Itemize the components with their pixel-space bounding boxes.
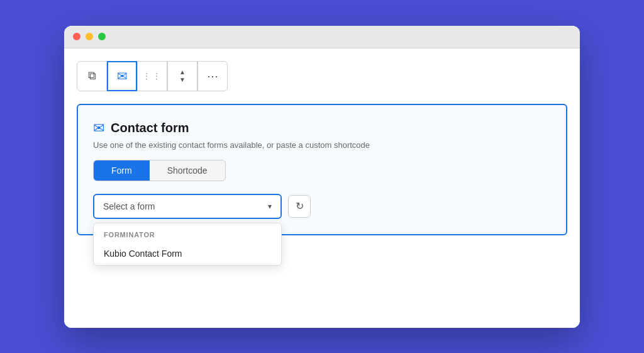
toolbar: ⧉ ✉ ⋮⋮ ▲ ▼ ⋯	[77, 61, 567, 91]
minimize-button[interactable]	[86, 33, 93, 40]
window-body: ⧉ ✉ ⋮⋮ ▲ ▼ ⋯ ✉ Contact form Use one of t…	[64, 48, 580, 328]
chevron-down-icon: ▾	[268, 202, 272, 211]
tab-shortcode[interactable]: Shortcode	[150, 160, 225, 181]
block-header: ✉ Contact form	[93, 120, 551, 137]
title-bar	[64, 26, 580, 48]
dropdown-item-kubio[interactable]: Kubio Contact Form	[94, 242, 281, 265]
form-selector-row: Select a form ▾ ↻ FORMINATOR Kubio Conta…	[93, 194, 551, 219]
more-icon: ⋯	[207, 69, 218, 83]
drag-handle-button[interactable]: ⋮⋮	[137, 61, 167, 91]
dropdown-group-label: FORMINATOR	[94, 223, 281, 242]
arrow-up-icon: ▲	[179, 69, 186, 76]
block-description: Use one of the existing contact forms av…	[93, 140, 551, 150]
refresh-button[interactable]: ↻	[288, 195, 311, 218]
contact-form-block: ✉ Contact form Use one of the existing c…	[77, 104, 567, 235]
arrow-down-icon: ▼	[179, 76, 186, 83]
block-title: Contact form	[111, 121, 189, 135]
duplicate-button[interactable]: ⧉	[77, 61, 107, 91]
more-options-button[interactable]: ⋯	[197, 61, 228, 91]
form-select-placeholder: Select a form	[103, 201, 155, 211]
contact-form-icon: ✉	[117, 69, 128, 84]
maximize-button[interactable]	[98, 33, 106, 40]
contact-form-block-button[interactable]: ✉	[107, 61, 137, 91]
close-button[interactable]	[73, 33, 80, 40]
form-dropdown: FORMINATOR Kubio Contact Form	[93, 223, 282, 266]
refresh-icon: ↻	[296, 200, 304, 212]
block-contact-icon: ✉	[93, 120, 104, 137]
app-window: ⧉ ✉ ⋮⋮ ▲ ▼ ⋯ ✉ Contact form Use one of t…	[64, 26, 580, 328]
form-select-dropdown[interactable]: Select a form ▾	[93, 194, 282, 219]
duplicate-icon: ⧉	[88, 69, 96, 82]
tab-group: Form Shortcode	[93, 160, 226, 181]
move-button[interactable]: ▲ ▼	[167, 61, 197, 91]
tab-form[interactable]: Form	[94, 160, 150, 181]
drag-icon: ⋮⋮	[142, 71, 162, 81]
